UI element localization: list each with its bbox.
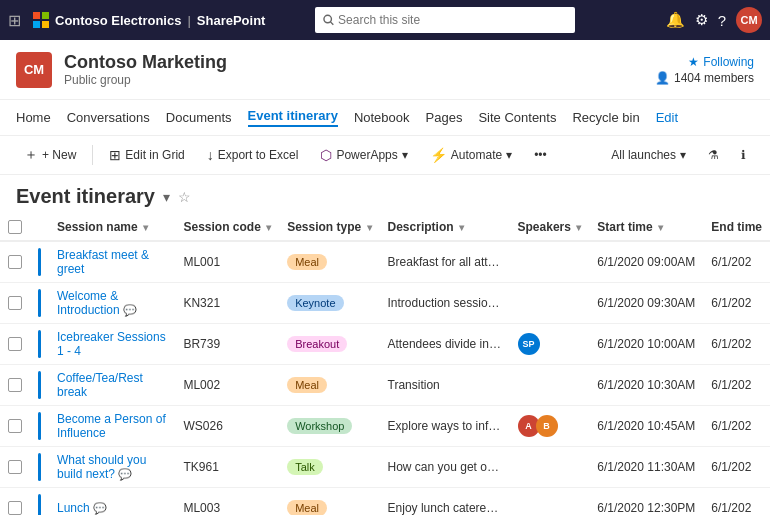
following-button[interactable]: ★ Following (688, 55, 754, 69)
table-row[interactable]: Coffee/Tea/Rest breakML002MealTransition… (0, 365, 770, 406)
automate-icon: ⚡ (430, 147, 447, 163)
nav-event-itinerary[interactable]: Event itinerary (248, 108, 338, 127)
session-code-cell: WS026 (175, 406, 279, 447)
nav-site-contents[interactable]: Site Contents (478, 110, 556, 125)
row-indicator (30, 447, 49, 488)
content-area: ＋ + New ⊞ Edit in Grid ↓ Export to Excel… (0, 136, 770, 515)
edit-grid-button[interactable]: ⊞ Edit in Grid (101, 143, 192, 167)
table-row[interactable]: Icebreaker Sessions 1 - 4BR739BreakoutAt… (0, 324, 770, 365)
search-input[interactable] (338, 13, 567, 27)
session-name-cell[interactable]: What should you build next? 💬 (49, 447, 175, 488)
export-button[interactable]: ↓ Export to Excel (199, 143, 307, 167)
col-speakers[interactable]: Speakers ▾ (510, 214, 590, 241)
session-name-cell[interactable]: Lunch 💬 (49, 488, 175, 516)
row-indicator (30, 406, 49, 447)
settings-icon[interactable]: ⚙ (695, 11, 708, 29)
members-count[interactable]: 👤 1404 members (655, 71, 754, 85)
col-session-type[interactable]: Session type ▾ (279, 214, 379, 241)
row-indicator (30, 283, 49, 324)
svg-rect-2 (33, 21, 40, 28)
speakers-cell (510, 488, 590, 516)
all-launches-button[interactable]: All launches ▾ (603, 144, 694, 166)
description-cell: Enjoy lunch catered b... (380, 488, 510, 516)
session-name-cell[interactable]: Become a Person of Influence (49, 406, 175, 447)
site-nav: Home Conversations Documents Event itine… (0, 100, 770, 136)
nav-recycle-bin[interactable]: Recycle bin (572, 110, 639, 125)
start-time-cell: 6/1/2020 09:30AM (589, 283, 703, 324)
nav-pages[interactable]: Pages (426, 110, 463, 125)
table-header-row: Session name ▾ Session code ▾ Session ty… (0, 214, 770, 241)
nav-home[interactable]: Home (16, 110, 51, 125)
session-name-cell[interactable]: Coffee/Tea/Rest break (49, 365, 175, 406)
search-box[interactable] (315, 7, 575, 33)
page-title: Event itinerary (16, 185, 155, 208)
session-type-cell: Workshop (279, 406, 379, 447)
col-start-time[interactable]: Start time ▾ (589, 214, 703, 241)
waffle-icon[interactable]: ⊞ (8, 11, 21, 30)
notification-icon[interactable]: 🔔 (666, 11, 685, 29)
row-indicator (30, 365, 49, 406)
row-checkbox[interactable] (0, 406, 30, 447)
row-checkbox[interactable] (0, 447, 30, 488)
nav-conversations[interactable]: Conversations (67, 110, 150, 125)
session-name-cell[interactable]: Welcome & Introduction 💬 (49, 283, 175, 324)
col-session-name[interactable]: Session name ▾ (49, 214, 175, 241)
table-container[interactable]: Session name ▾ Session code ▾ Session ty… (0, 214, 770, 515)
nav-icons: 🔔 ⚙ ? CM (666, 7, 762, 33)
powerapps-icon: ⬡ (320, 147, 332, 163)
col-checkbox[interactable] (0, 214, 30, 241)
nav-edit[interactable]: Edit (656, 110, 678, 125)
info-button[interactable]: ℹ (733, 144, 754, 166)
page-title-star[interactable]: ☆ (178, 189, 191, 205)
col-description[interactable]: Description ▾ (380, 214, 510, 241)
table-row[interactable]: Become a Person of InfluenceWS026Worksho… (0, 406, 770, 447)
row-checkbox[interactable] (0, 365, 30, 406)
more-button[interactable]: ••• (526, 144, 555, 166)
row-checkbox[interactable] (0, 283, 30, 324)
speakers-cell (510, 365, 590, 406)
session-code-cell: ML002 (175, 365, 279, 406)
chevron-down-icon: ▾ (402, 148, 408, 162)
session-code-cell: TK961 (175, 447, 279, 488)
start-time-cell: 6/1/2020 10:30AM (589, 365, 703, 406)
nav-notebook[interactable]: Notebook (354, 110, 410, 125)
table-row[interactable]: Breakfast meet & greetML001MealBreakfast… (0, 241, 770, 283)
end-time-cell: 6/1/202 (703, 447, 770, 488)
start-time-cell: 6/1/2020 11:30AM (589, 447, 703, 488)
site-header: CM Contoso Marketing Public group ★ Foll… (0, 40, 770, 100)
table-row[interactable]: What should you build next? 💬TK961TalkHo… (0, 447, 770, 488)
site-logo: CM (16, 52, 52, 88)
end-time-cell: 6/1/202 (703, 241, 770, 283)
site-actions: ★ Following 👤 1404 members (655, 55, 754, 85)
start-time-cell: 6/1/2020 12:30PM (589, 488, 703, 516)
table-row[interactable]: Welcome & Introduction 💬KN321KeynoteIntr… (0, 283, 770, 324)
filter-button[interactable]: ⚗ (700, 144, 727, 166)
automate-button[interactable]: ⚡ Automate ▾ (422, 143, 520, 167)
table-row[interactable]: Lunch 💬ML003MealEnjoy lunch catered b...… (0, 488, 770, 516)
description-cell: Explore ways to influe... (380, 406, 510, 447)
help-icon[interactable]: ? (718, 12, 726, 29)
microsoft-icon (33, 12, 49, 28)
row-checkbox[interactable] (0, 324, 30, 365)
end-time-cell: 6/1/202 (703, 488, 770, 516)
user-avatar[interactable]: CM (736, 7, 762, 33)
row-checkbox[interactable] (0, 241, 30, 283)
session-name-cell[interactable]: Breakfast meet & greet (49, 241, 175, 283)
col-end-time[interactable]: End time (703, 214, 770, 241)
page-title-chevron[interactable]: ▾ (163, 189, 170, 205)
site-subtitle: Public group (64, 73, 227, 87)
top-nav: ⊞ Contoso Electronics | SharePoint 🔔 ⚙ ?… (0, 0, 770, 40)
col-session-code[interactable]: Session code ▾ (175, 214, 279, 241)
app-name: SharePoint (197, 13, 266, 28)
speakers-cell (510, 447, 590, 488)
svg-rect-0 (33, 12, 40, 19)
row-checkbox[interactable] (0, 488, 30, 516)
toolbar: ＋ + New ⊞ Edit in Grid ↓ Export to Excel… (0, 136, 770, 175)
nav-documents[interactable]: Documents (166, 110, 232, 125)
site-title-group: Contoso Marketing Public group (64, 52, 227, 87)
powerapps-button[interactable]: ⬡ PowerApps ▾ (312, 143, 415, 167)
description-cell: Introduction session ... (380, 283, 510, 324)
toolbar-right: All launches ▾ ⚗ ℹ (603, 144, 754, 166)
new-button[interactable]: ＋ + New (16, 142, 84, 168)
session-name-cell[interactable]: Icebreaker Sessions 1 - 4 (49, 324, 175, 365)
